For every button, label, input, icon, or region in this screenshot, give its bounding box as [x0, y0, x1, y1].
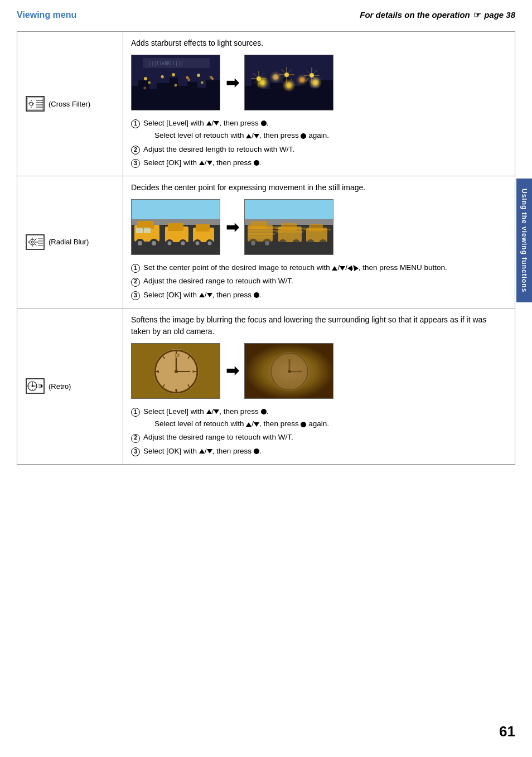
step-2-num: 2 — [131, 434, 140, 443]
svg-rect-37 — [289, 86, 302, 110]
svg-point-25 — [172, 73, 175, 76]
svg-rect-22 — [206, 80, 220, 110]
viewing-menu-label: Viewing menu — [17, 10, 76, 20]
step-1-text: Set the center point of the desired imag… — [143, 262, 507, 274]
svg-rect-104 — [281, 223, 297, 231]
svg-rect-20 — [187, 82, 197, 110]
step-1-num: 1 — [131, 264, 140, 273]
arrow-icon: ➡ — [226, 218, 239, 237]
svg-point-28 — [211, 78, 214, 80]
cross-filter-item: (Cross Filter) — [25, 96, 115, 112]
svg-rect-38 — [301, 82, 311, 110]
step-2-num: 2 — [131, 146, 140, 155]
svg-rect-96 — [248, 230, 278, 232]
svg-point-46 — [284, 73, 289, 77]
cross-filter-text: (Cross Filter) — [49, 100, 90, 108]
svg-text:9: 9 — [157, 369, 159, 374]
step-3-num: 3 — [131, 159, 140, 168]
svg-rect-18 — [170, 78, 178, 110]
svg-line-49 — [281, 69, 292, 80]
svg-rect-111 — [303, 229, 331, 230]
svg-point-58 — [31, 241, 33, 243]
svg-point-51 — [309, 73, 314, 78]
svg-rect-69 — [132, 200, 220, 219]
step-1-text: Select [Level] with /, then press . Sele… — [143, 117, 507, 142]
svg-rect-86 — [196, 224, 210, 232]
svg-rect-17 — [157, 83, 171, 110]
feature-table: (Cross Filter) Adds starburst effects to… — [17, 31, 515, 465]
step-2-text: Adjust the desired range to retouch with… — [143, 275, 507, 287]
svg-point-27 — [197, 74, 200, 77]
header: Viewing menu For details on the operatio… — [0, 0, 532, 26]
radial-blur-description: Decides the center point for expressing … — [131, 182, 507, 194]
svg-rect-110 — [309, 224, 323, 232]
arrow-icon: ➡ — [226, 74, 239, 92]
svg-rect-97 — [248, 233, 275, 235]
radial-blur-after-image — [244, 199, 333, 255]
step-2-text: Adjust the desired range to retouch with… — [143, 431, 507, 443]
svg-rect-31 — [245, 55, 333, 110]
svg-rect-39 — [309, 88, 320, 110]
svg-point-41 — [257, 76, 261, 81]
svg-rect-40 — [319, 80, 333, 110]
step-1-num: 1 — [131, 408, 140, 417]
svg-text:12: 12 — [175, 353, 180, 358]
svg-line-55 — [306, 70, 317, 81]
svg-line-44 — [253, 73, 264, 84]
svg-rect-78 — [144, 228, 151, 233]
retro-item: (Retro) — [25, 378, 115, 394]
radial-blur-item: (Radial Blur) — [25, 234, 115, 250]
cross-filter-label-cell: (Cross Filter) — [17, 32, 123, 176]
svg-text:3: 3 — [192, 369, 195, 374]
step-1-text: Select [Level] with /, then press . Sele… — [143, 406, 507, 431]
svg-line-61 — [35, 244, 37, 245]
svg-rect-29 — [143, 58, 210, 68]
cross-filter-content: Adds starburst effects to light sources. — [123, 32, 515, 176]
retro-description: Softens the image by blurring the focus … — [131, 314, 507, 337]
radial-blur-steps: 1 Set the center point of the desired im… — [131, 262, 507, 301]
svg-point-26 — [186, 76, 189, 79]
step-2-text: Adjust the desired length to retouch wit… — [143, 143, 507, 156]
cross-filter-steps: 1 Select [Level] with /, then press . Se… — [131, 117, 507, 169]
retro-text: (Retro) — [49, 382, 71, 390]
svg-line-45 — [253, 73, 264, 84]
radial-blur-images: ➡ — [131, 199, 507, 255]
svg-rect-19 — [176, 86, 188, 110]
svg-point-76 — [152, 241, 156, 245]
svg-point-23 — [144, 77, 147, 80]
svg-point-24 — [161, 75, 164, 78]
cross-filter-before-image: |||llABBll||| — [131, 55, 220, 110]
svg-line-54 — [306, 70, 317, 81]
cross-filter-images: |||llABBll||| ➡ — [131, 55, 507, 110]
svg-rect-16 — [148, 89, 158, 110]
retro-images: 12 3 6 9 ➡ — [131, 343, 507, 399]
svg-point-113 — [319, 239, 327, 247]
table-row: (Cross Filter) Adds starburst effects to… — [17, 32, 515, 176]
arrow-icon: ➡ — [226, 361, 239, 380]
radial-blur-content: Decides the center point for expressing … — [123, 176, 515, 308]
table-row: (Radial Blur) Decides the center point f… — [17, 176, 515, 308]
table-row: (Retro) Softens the image by blurring th… — [17, 308, 515, 464]
svg-line-60 — [35, 239, 37, 240]
svg-line-50 — [281, 69, 292, 80]
sidebar-tab-text: Using the viewing functions — [520, 189, 528, 292]
retro-content: Softens the image by blurring the focus … — [123, 308, 515, 464]
svg-line-7 — [30, 102, 30, 103]
retro-after-image — [244, 343, 333, 399]
svg-point-88 — [196, 242, 200, 245]
radial-blur-text: (Radial Blur) — [49, 238, 89, 246]
svg-rect-32 — [245, 86, 253, 110]
svg-rect-36 — [283, 78, 291, 110]
retro-icon — [25, 378, 45, 394]
svg-point-57 — [30, 239, 35, 245]
svg-rect-151 — [245, 344, 333, 399]
sidebar-tab: Using the viewing functions — [516, 179, 532, 302]
svg-point-107 — [279, 239, 287, 247]
retro-label-cell: (Retro) — [17, 308, 123, 464]
svg-point-100 — [251, 241, 255, 245]
main-content: (Cross Filter) Adds starburst effects to… — [0, 26, 532, 481]
step-3-text: Select [OK] with /, then press . — [143, 445, 507, 457]
retro-before-image: 12 3 6 9 — [131, 343, 220, 399]
svg-rect-105 — [275, 228, 306, 229]
svg-point-90 — [208, 242, 212, 245]
